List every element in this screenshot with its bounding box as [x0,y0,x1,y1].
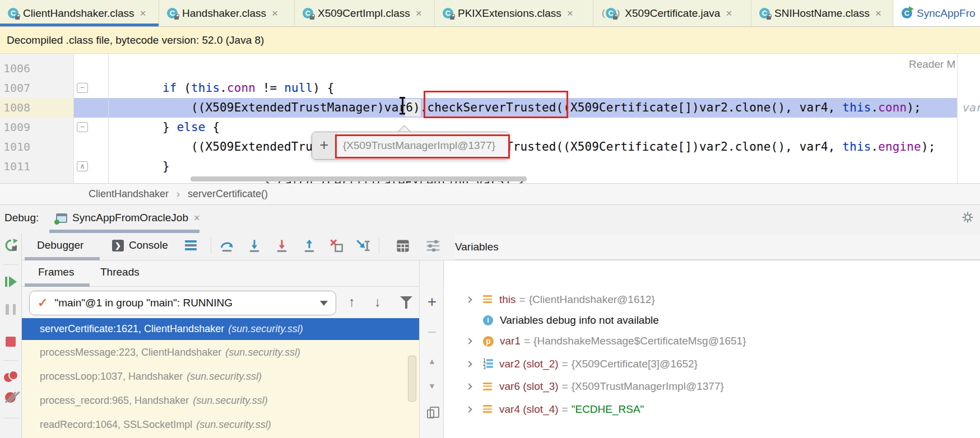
toolbar-separator [379,237,379,254]
editor-tab-x509certificate-java[interactable]: (C)X509Certificate.java× [593,0,751,26]
text-cursor-icon [399,97,406,114]
close-icon[interactable]: × [567,7,573,20]
line-number: 1011 [3,157,30,176]
force-step-into-icon[interactable] [275,239,289,253]
horizontal-scrollbar[interactable] [191,176,527,181]
duplicate-watch-icon[interactable] [427,409,434,418]
tab-label: ClientHandshaker.class [23,7,134,20]
tab-frames[interactable]: Frames [38,260,74,283]
tab-label: Handshaker.class [182,7,266,20]
chevron-right-icon[interactable] [466,383,472,389]
close-icon[interactable]: × [416,7,422,20]
toolbar-separator [3,264,18,265]
fold-marker-icon[interactable]: − [77,83,88,93]
rerun-icon[interactable] [4,238,18,253]
close-icon[interactable]: × [726,7,732,20]
editor-tab-snihostname-class[interactable]: CSNIHostName.class× [751,0,893,26]
tab-console[interactable]: Console [129,234,168,257]
intellij-debug-window: CClientHandshaker.class×CHandshaker.clas… [0,0,980,438]
array-icon: 123 [483,359,494,369]
variable-row-var4[interactable]: var4 (slot_4)="ECDHE_RSA" [444,398,980,421]
step-out-icon[interactable] [302,239,317,253]
close-icon[interactable]: × [140,7,146,20]
close-icon[interactable]: × [875,7,881,20]
editor-tab-handshaker-class[interactable]: CHandshaker.class× [159,0,295,26]
selected-tab-underline [49,230,199,233]
editor-tab-clienthandshaker-class[interactable]: CClientHandshaker.class× [0,0,159,26]
thread-selector-text: "main"@1 in group "main": RUNNING [54,297,312,309]
layout-icon[interactable] [185,240,197,251]
variables-info-message[interactable]: iVariables debug info not available [444,311,980,330]
view-breakpoints-icon[interactable] [4,370,18,383]
variable-row-var6[interactable]: var6 (slot_3)={X509TrustManagerImpl@1377… [444,375,980,398]
evaluate-expression-icon[interactable] [396,239,410,253]
stack-frame-row[interactable]: processMessage:223, ClientHandshaker(sun… [22,340,419,365]
chevron-right-icon[interactable] [466,296,472,302]
gear-icon[interactable] [961,211,974,224]
toolbar-separator [211,237,211,254]
thread-selector-dropdown[interactable]: ✓ "main"@1 in group "main": RUNNING [29,291,336,315]
thread-status-check-icon: ✓ [38,296,48,310]
stack-frame-row[interactable]: readRecord:1064, SSLSocketImpl(sun.secur… [22,413,419,437]
stack-frame-row[interactable]: serverCertificate:1621, ClientHandshaker… [22,318,419,340]
chevron-right-icon[interactable] [466,361,472,367]
add-to-watches-button[interactable]: + [312,132,337,159]
annotation-red-box-method [424,91,568,118]
close-icon[interactable]: × [194,212,200,224]
resume-program-icon[interactable] [5,276,17,287]
variables-pane: Variables this={ClientHandshaker@1612}iV… [444,260,980,438]
chevron-right-icon[interactable] [466,338,472,344]
tab-threads[interactable]: Threads [100,260,140,283]
gutter-separator [108,54,109,183]
chevron-right-icon[interactable] [466,406,472,412]
mute-breakpoints-icon[interactable] [4,392,17,404]
tab-label: X509Certificate.java [625,7,720,20]
frames-scrollbar-thumb[interactable] [408,356,416,402]
annotation-red-box-value [335,134,510,159]
variable-row-var1[interactable]: pvar1={HandshakeMessage$CertificateMsg@1… [444,330,980,352]
variables-pane-title: Variables [455,234,980,260]
debug-session-tab[interactable]: SyncAppFromOracleJob × [56,205,199,231]
frames-pane: ✓ "main"@1 in group "main": RUNNING ↑ ↓ … [22,287,419,438]
settings-sliders-icon[interactable] [426,239,440,253]
code-line-1010: ((X509ExtendedTrustManager)var6).checkSe… [191,137,935,157]
editor-tab-pkixextensions-class[interactable]: CPKIXExtensions.class× [435,0,593,26]
previous-frame-button[interactable]: ↑ [349,294,355,310]
console-icon: ❯ [112,240,124,251]
hide-library-frames-filter-icon[interactable] [400,296,412,310]
step-over-icon[interactable] [220,239,234,253]
variable-row-var2[interactable]: 123var2 (slot_2)={X509Certificate[3]@165… [444,352,980,375]
run-to-cursor-icon[interactable] [355,239,370,253]
runnable-class-icon: C [902,8,912,18]
tab-debugger[interactable]: Debugger [37,234,83,257]
right-margin-guide [957,54,958,183]
code-editor[interactable]: 10061007−10081009−10101011∧if (this.conn… [0,54,980,183]
editor-tab-x509certimpl-class[interactable]: CX509CertImpl.class× [295,0,435,26]
decompiled-notification-banner: Decompiled .class file, bytecode version… [0,27,980,54]
notification-text: Decompiled .class file, bytecode version… [7,34,264,46]
reader-mode-toggle[interactable]: Reader M [909,58,955,71]
step-into-icon[interactable] [247,239,262,253]
editor-tab-syncappfro[interactable]: CSyncAppFro [894,0,980,26]
fold-marker-icon[interactable]: − [77,122,88,132]
toolbar-separator [3,418,18,418]
add-watch-button[interactable]: + [420,293,444,311]
stack-frame-row[interactable]: processLoop:1037, Handshaker(sun.securit… [22,365,419,389]
tab-label: SNIHostName.class [774,7,870,20]
class-locked-icon: C [8,8,18,18]
line-number: 1009 [3,118,30,137]
scroll-down-icon: ▼ [420,381,444,390]
variable-row-this[interactable]: this={ClientHandshaker@1612} [444,288,980,311]
breadcrumb-class[interactable]: ClientHandshaker [89,188,169,200]
stack-frame-row[interactable]: process_record:965, Handshaker(sun.secur… [22,389,419,413]
run-configuration-icon [56,213,67,223]
breadcrumb-separator: › [177,188,180,200]
watches-toolbar: + − ▲ ▼ [419,260,444,438]
stop-icon[interactable] [6,337,16,347]
drop-frame-icon[interactable] [329,239,344,253]
close-icon[interactable]: × [272,7,278,20]
breadcrumb-method[interactable]: serverCertificate() [188,188,268,200]
fold-marker-icon[interactable]: ∧ [77,161,88,171]
next-frame-button[interactable]: ↓ [374,294,381,310]
info-icon: i [483,315,493,325]
